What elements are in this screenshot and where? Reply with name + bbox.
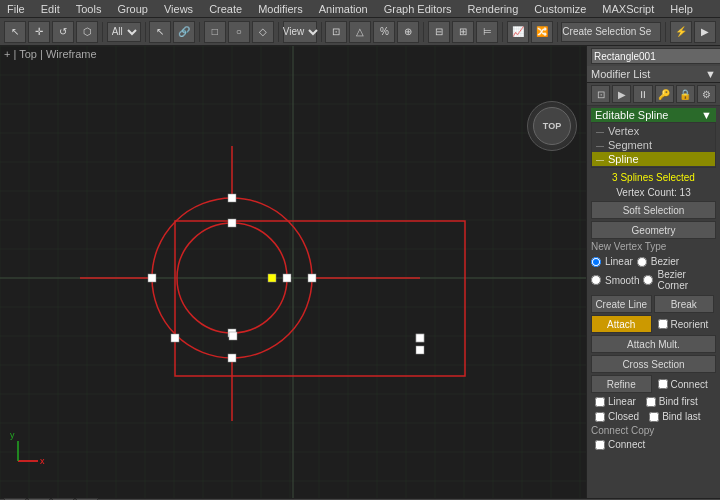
menu-graph-editors[interactable]: Graph Editors [381, 3, 455, 15]
icon-btn-3[interactable]: ⏸ [633, 85, 652, 103]
toolbar-rect-btn[interactable]: □ [204, 21, 226, 43]
toolbar-sep8 [557, 22, 558, 42]
menu-edit[interactable]: Edit [38, 3, 63, 15]
linear2-checkbox[interactable] [595, 397, 605, 407]
linear-bind-row: Linear Bind first [587, 394, 720, 409]
modifier-items: — Vertex — Segment — Spline [591, 122, 716, 168]
toolbar-rotate-btn[interactable]: ↺ [52, 21, 74, 43]
bezier-radio[interactable] [637, 257, 647, 267]
refine-btn[interactable]: Refine [591, 375, 652, 393]
menu-create[interactable]: Create [206, 3, 245, 15]
bind-last-checkbox-row: Bind last [645, 410, 704, 423]
view-select[interactable]: View [279, 22, 321, 42]
attach-mult-btn[interactable]: Attach Mult. [591, 335, 716, 353]
menu-bar: File Edit Tools Group Views Create Modif… [0, 0, 720, 18]
menu-maxscript[interactable]: MAXScript [599, 3, 657, 15]
menu-help[interactable]: Help [667, 3, 696, 15]
bind-first-checkbox[interactable] [646, 397, 656, 407]
vertex-arrow: — [596, 127, 604, 136]
toolbar-spinner-btn[interactable]: ⊕ [397, 21, 419, 43]
connect2-checkbox-row: Connect [591, 438, 649, 451]
reorient-label: Reorient [671, 319, 709, 330]
svg-rect-52 [283, 274, 291, 282]
toolbar-poly-btn[interactable]: ◇ [252, 21, 274, 43]
new-vertex-type-label: New Vertex Type [587, 240, 720, 253]
bind-first-checkbox-row: Bind first [642, 395, 702, 408]
linear2-label: Linear [608, 396, 636, 407]
menu-rendering[interactable]: Rendering [465, 3, 522, 15]
toolbar-graph-btn[interactable]: 📈 [507, 21, 529, 43]
toolbar-sep1 [102, 22, 103, 42]
create-selection-input[interactable] [561, 22, 661, 42]
bind-last-checkbox[interactable] [649, 412, 659, 422]
connect2-label: Connect [608, 439, 645, 450]
viewport-area[interactable]: + | Top | Wireframe TOP [0, 46, 586, 498]
toolbar-array-btn[interactable]: ⊞ [452, 21, 474, 43]
create-line-btn[interactable]: Create Line [591, 295, 652, 313]
spline-item[interactable]: — Spline [592, 152, 715, 166]
attach-btn[interactable]: Attach [591, 315, 652, 333]
toolbar-move-btn[interactable]: ✛ [28, 21, 50, 43]
menu-tools[interactable]: Tools [73, 3, 105, 15]
linear-label: Linear [605, 256, 633, 267]
editable-spline-header[interactable]: Editable Spline ▼ [591, 108, 716, 122]
svg-rect-48 [308, 274, 316, 282]
object-name-input[interactable] [591, 48, 720, 64]
geometry-btn[interactable]: Geometry [591, 221, 716, 239]
icon-btn-4[interactable]: 🔑 [655, 85, 674, 103]
toolbar-render2-btn[interactable]: ▶ [694, 21, 716, 43]
toolbar-schematic-btn[interactable]: 🔀 [531, 21, 553, 43]
smooth-radio[interactable] [591, 275, 601, 285]
linear-radio[interactable] [591, 257, 601, 267]
toolbar-render-btn[interactable]: ⚡ [670, 21, 692, 43]
break-btn[interactable]: Break [654, 295, 715, 313]
spline-label: Spline [608, 153, 639, 165]
reorient-checkbox-row: Reorient [654, 318, 713, 331]
icon-btn-5[interactable]: 🔒 [676, 85, 695, 103]
toolbar-link-btn[interactable]: 🔗 [173, 21, 195, 43]
attach-row: Attach Reorient [587, 314, 720, 334]
icon-btn-1[interactable]: ⊡ [591, 85, 610, 103]
connect-checkbox[interactable] [658, 379, 668, 389]
menu-customize[interactable]: Customize [531, 3, 589, 15]
svg-rect-50 [148, 274, 156, 282]
toolbar-all-select[interactable]: All [107, 22, 141, 42]
soft-selection-btn[interactable]: Soft Selection [591, 201, 716, 219]
cross-section-btn[interactable]: Cross Section [591, 355, 716, 373]
vertex-item[interactable]: — Vertex [592, 124, 715, 138]
toolbar-select-btn[interactable]: ↖ [4, 21, 26, 43]
icon-btn-6[interactable]: ⚙ [697, 85, 716, 103]
toolbar-mirror-btn[interactable]: ⊟ [428, 21, 450, 43]
toolbar-circle-btn[interactable]: ○ [228, 21, 250, 43]
closed-checkbox[interactable] [595, 412, 605, 422]
svg-rect-49 [228, 354, 236, 362]
modifier-dropdown-icon[interactable]: ▼ [705, 68, 716, 80]
bezier-corner-radio[interactable] [643, 275, 653, 285]
menu-group[interactable]: Group [114, 3, 151, 15]
toolbar-align-btn[interactable]: ⊨ [476, 21, 498, 43]
toolbar-snap-btn[interactable]: ⊡ [325, 21, 347, 43]
segment-item[interactable]: — Segment [592, 138, 715, 152]
toolbar-sep2 [145, 22, 146, 42]
toolbar-angle-btn[interactable]: △ [349, 21, 371, 43]
toolbar-scale-btn[interactable]: ⬡ [76, 21, 98, 43]
toolbar-view-btn[interactable]: View [283, 21, 317, 43]
closed-bind-last-row: Closed Bind last [587, 409, 720, 424]
vertex-type-radios: Linear Bezier Smooth Bezier Corner [587, 253, 720, 294]
toolbar-cursor-btn[interactable]: ↖ [149, 21, 171, 43]
icon-btn-2[interactable]: ▶ [612, 85, 631, 103]
nav-gizmo[interactable]: TOP [527, 101, 577, 151]
bezier-label: Bezier [651, 256, 679, 267]
bind-first-label: Bind first [659, 396, 698, 407]
vertex-label: Vertex [608, 125, 639, 137]
toolbar-sep9 [665, 22, 666, 42]
connect2-checkbox[interactable] [595, 440, 605, 450]
reorient-checkbox[interactable] [658, 319, 668, 329]
menu-file[interactable]: File [4, 3, 28, 15]
menu-animation[interactable]: Animation [316, 3, 371, 15]
geometry-row: Geometry [587, 220, 720, 240]
menu-views[interactable]: Views [161, 3, 196, 15]
svg-text:x: x [40, 456, 45, 466]
menu-modifiers[interactable]: Modifiers [255, 3, 306, 15]
toolbar-percent-btn[interactable]: % [373, 21, 395, 43]
